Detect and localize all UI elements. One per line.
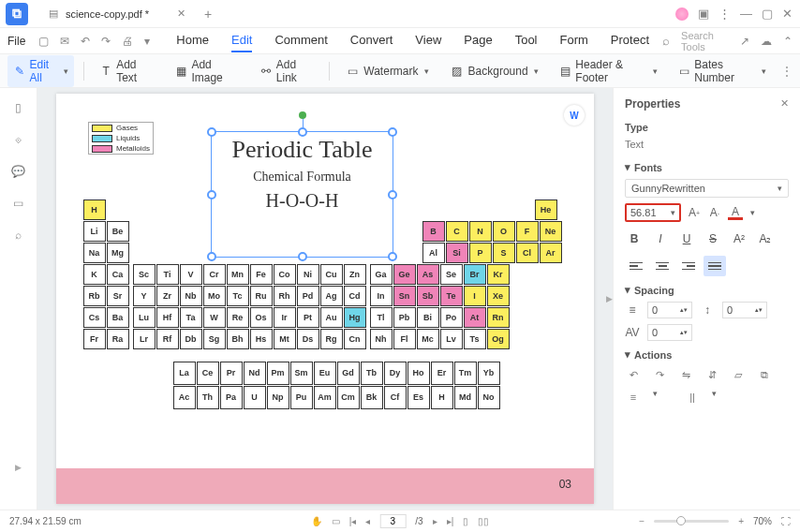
expand-right-handle[interactable]: ▶ bbox=[606, 294, 613, 303]
thumbnails-icon[interactable]: ▯ bbox=[15, 101, 22, 114]
header-footer-button[interactable]: ▤ Header & Footer▾ bbox=[554, 55, 663, 87]
quick-menu-caret-icon[interactable]: ▾ bbox=[144, 35, 150, 48]
hand-tool-icon[interactable]: ✋ bbox=[311, 516, 322, 526]
redo-icon[interactable]: ↷ bbox=[101, 35, 111, 48]
watermark-button[interactable]: ▭ Watermark▾ bbox=[339, 61, 434, 81]
print-icon[interactable]: 🖨 bbox=[122, 35, 133, 48]
document-tab[interactable]: ▤ science-copy.pdf * ✕ bbox=[37, 4, 195, 24]
close-panel-icon[interactable]: ✕ bbox=[780, 97, 789, 110]
cloud-icon[interactable]: ☁ bbox=[761, 35, 772, 48]
select-tool-icon[interactable]: ▭ bbox=[332, 516, 340, 526]
minimize-icon[interactable]: — bbox=[740, 7, 752, 21]
file-menu[interactable]: File bbox=[7, 35, 25, 48]
tab-comment[interactable]: Comment bbox=[274, 29, 327, 52]
subscript-button[interactable]: A₂ bbox=[756, 229, 775, 248]
bookmarks-icon[interactable]: ⟐ bbox=[15, 133, 22, 146]
align-left-button[interactable] bbox=[625, 256, 647, 276]
increase-font-icon[interactable]: A+ bbox=[687, 205, 702, 220]
strikethrough-button[interactable]: S bbox=[704, 229, 722, 248]
tab-page[interactable]: Page bbox=[464, 29, 492, 52]
attachments-icon[interactable]: ▭ bbox=[13, 197, 23, 210]
search-tools-icon[interactable]: ⌕ bbox=[662, 34, 670, 48]
tab-tool[interactable]: Tool bbox=[515, 29, 538, 52]
tab-home[interactable]: Home bbox=[176, 29, 209, 52]
tab-close-icon[interactable]: ✕ bbox=[177, 7, 185, 20]
add-link-button[interactable]: ⚯ Add Link bbox=[254, 55, 319, 87]
undo-icon[interactable]: ↶ bbox=[81, 35, 90, 48]
decrease-font-icon[interactable]: A- bbox=[707, 205, 722, 220]
collapse-ribbon-icon[interactable]: ⌃ bbox=[783, 35, 793, 48]
font-family-select[interactable]: GunnyRewritten▾ bbox=[625, 179, 789, 198]
font-color-icon[interactable]: A bbox=[728, 205, 743, 220]
spacing-section-toggle[interactable]: ▾Spacing bbox=[625, 284, 789, 296]
first-page-icon[interactable]: |◂ bbox=[349, 516, 357, 526]
mail-icon[interactable]: ✉ bbox=[60, 35, 69, 48]
tab-view[interactable]: View bbox=[415, 29, 441, 52]
font-size-input[interactable]: 56.81▾ bbox=[625, 203, 681, 222]
fonts-section-toggle[interactable]: ▾Fonts bbox=[625, 161, 789, 173]
search-placeholder[interactable]: Search Tools bbox=[681, 30, 729, 52]
continuous-page-icon[interactable]: ▯▯ bbox=[478, 516, 489, 526]
toolbar-overflow-icon[interactable]: ⋮ bbox=[781, 65, 793, 78]
crop-icon[interactable]: ▱ bbox=[730, 366, 747, 383]
underline-button[interactable]: U bbox=[677, 229, 696, 248]
rotate-handle[interactable] bbox=[299, 111, 306, 119]
new-tab-icon[interactable]: + bbox=[204, 7, 212, 22]
expand-left-handle[interactable]: ▶ bbox=[15, 463, 22, 472]
resize-handle-mr[interactable] bbox=[388, 190, 397, 200]
resize-handle-tc[interactable] bbox=[298, 127, 307, 137]
zoom-in-icon[interactable]: + bbox=[738, 516, 744, 526]
bates-number-button[interactable]: ▭ Bates Number▾ bbox=[673, 55, 772, 87]
resize-handle-ml[interactable] bbox=[207, 190, 216, 200]
edit-toolbar: ✎ Edit All▾ T Add Text ▦ Add Image ⚯ Add… bbox=[0, 54, 800, 88]
italic-button[interactable]: I bbox=[651, 229, 670, 248]
prev-page-icon[interactable]: ◂ bbox=[365, 516, 370, 526]
account-avatar-icon[interactable] bbox=[675, 7, 689, 21]
pdf-page[interactable]: W Gases Liquids Metalloids Periodic Tabl… bbox=[56, 94, 594, 504]
list-style-icon[interactable]: ≡ bbox=[625, 389, 642, 406]
kebab-menu-icon[interactable]: ⋮ bbox=[719, 7, 731, 21]
maximize-icon[interactable]: ▢ bbox=[762, 7, 773, 21]
actions-section-toggle[interactable]: ▾Actions bbox=[625, 348, 789, 361]
rotate-right-icon[interactable]: ↷ bbox=[651, 366, 668, 383]
line-spacing-input[interactable]: 0▴▾ bbox=[647, 302, 692, 318]
spacing-preset-icon[interactable]: || bbox=[684, 389, 701, 406]
search-panel-icon[interactable]: ⌕ bbox=[15, 229, 22, 242]
resize-handle-tr[interactable] bbox=[388, 127, 397, 137]
tab-edit[interactable]: Edit bbox=[231, 29, 252, 52]
share-icon[interactable]: ↗ bbox=[740, 35, 749, 48]
last-page-icon[interactable]: ▸| bbox=[447, 516, 454, 526]
zoom-thumb[interactable] bbox=[676, 516, 686, 525]
flip-horizontal-icon[interactable]: ⇋ bbox=[677, 366, 694, 383]
notification-icon[interactable]: ▣ bbox=[698, 7, 709, 21]
edit-all-button[interactable]: ✎ Edit All▾ bbox=[7, 55, 74, 87]
next-page-icon[interactable]: ▸ bbox=[433, 516, 437, 526]
export-word-icon[interactable]: W bbox=[564, 105, 585, 126]
comments-icon[interactable]: 💬 bbox=[11, 165, 25, 178]
bold-button[interactable]: B bbox=[625, 229, 644, 248]
single-page-icon[interactable]: ▯ bbox=[463, 516, 468, 526]
resize-handle-tl[interactable] bbox=[207, 127, 216, 137]
align-justify-button[interactable] bbox=[704, 256, 726, 276]
fit-page-icon[interactable]: ⛶ bbox=[781, 516, 791, 526]
align-center-button[interactable] bbox=[651, 256, 674, 276]
flip-vertical-icon[interactable]: ⇵ bbox=[704, 366, 720, 383]
page-number-input[interactable] bbox=[379, 514, 406, 528]
add-text-button[interactable]: T Add Text bbox=[94, 55, 159, 87]
para-spacing-input[interactable]: 0▴▾ bbox=[722, 302, 767, 318]
superscript-button[interactable]: A² bbox=[730, 229, 748, 248]
tab-protect[interactable]: Protect bbox=[611, 29, 649, 52]
zoom-out-icon[interactable]: − bbox=[639, 516, 644, 526]
extract-icon[interactable]: ⧉ bbox=[756, 366, 773, 383]
close-window-icon[interactable]: ✕ bbox=[782, 7, 793, 21]
save-icon[interactable]: ▢ bbox=[38, 35, 49, 48]
zoom-value[interactable]: 70% bbox=[753, 516, 772, 526]
rotate-left-icon[interactable]: ↶ bbox=[625, 366, 642, 383]
tab-convert[interactable]: Convert bbox=[350, 29, 393, 52]
align-right-button[interactable] bbox=[677, 256, 700, 276]
background-button[interactable]: ▨ Background▾ bbox=[444, 61, 544, 81]
zoom-slider[interactable] bbox=[654, 520, 729, 523]
char-spacing-input[interactable]: 0▴▾ bbox=[647, 324, 692, 341]
tab-form[interactable]: Form bbox=[560, 29, 588, 52]
add-image-button[interactable]: ▦ Add Image bbox=[170, 55, 244, 87]
